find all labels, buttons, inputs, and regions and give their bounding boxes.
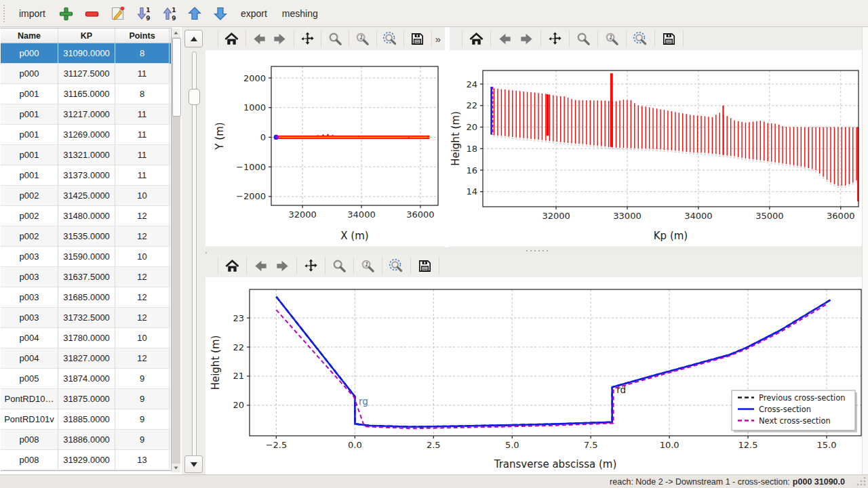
table-cell[interactable]: 31732.5000 (58, 308, 115, 328)
table-row[interactable]: p00131321.000011 (1, 145, 171, 165)
table-cell[interactable]: 31590.0000 (58, 247, 115, 267)
table-cell[interactable]: 12 (115, 308, 170, 328)
section-slider-handle[interactable] (189, 89, 200, 105)
table-row[interactable]: p00131165.00008 (1, 84, 171, 104)
toolbar-overflow-button[interactable]: » (435, 33, 440, 45)
pan-button[interactable] (545, 29, 566, 49)
next-section-button[interactable] (184, 455, 203, 473)
forward-button[interactable] (272, 256, 293, 276)
horizontal-splitter[interactable] (205, 247, 868, 254)
table-cell[interactable]: 12 (115, 287, 170, 308)
table-cell[interactable]: 31875.0000 (58, 389, 115, 409)
table-cell[interactable]: 31127.5000 (58, 64, 115, 84)
save-button[interactable] (414, 256, 435, 276)
table-row[interactable]: p00131217.000011 (1, 104, 171, 125)
zoom-region-button[interactable] (380, 29, 400, 49)
table-cell[interactable]: 31685.0000 (58, 287, 115, 308)
column-header-name[interactable]: Name (1, 28, 58, 43)
table-row[interactable]: p00331590.000010 (1, 247, 171, 267)
table-cell[interactable]: 10 (115, 247, 170, 267)
pan-button[interactable] (298, 29, 318, 49)
table-cell[interactable]: p001 (1, 104, 58, 125)
save-button[interactable] (658, 29, 679, 49)
table-cell[interactable]: 12 (115, 206, 170, 226)
scrollbar-thumb[interactable] (172, 38, 181, 117)
move-down-button[interactable] (209, 3, 232, 24)
table-cell[interactable]: 9 (115, 389, 170, 409)
table-cell[interactable]: p000 (1, 64, 58, 84)
table-row[interactable]: p00231425.000010 (1, 186, 171, 206)
cross-section-plot[interactable]: −2.50.02.55.07.510.012.515.020212223Tran… (205, 277, 868, 474)
table-cell[interactable]: 11 (115, 64, 170, 84)
table-row[interactable]: p00331637.500012 (1, 267, 171, 287)
table-cell[interactable]: p008 (1, 430, 58, 450)
table-cell[interactable]: 12 (115, 226, 170, 247)
column-header-points[interactable]: Points (115, 28, 170, 43)
scroll-down-button[interactable] (172, 464, 180, 472)
home-button[interactable] (466, 29, 487, 49)
zoom-region-button[interactable] (630, 29, 651, 49)
previous-section-button[interactable] (184, 30, 203, 47)
table-cell[interactable]: 31165.0000 (58, 84, 115, 104)
table-row[interactable]: p00831929.000013 (1, 450, 171, 470)
longitudinal-profile-plot[interactable]: 3200033000340003500036000141618202224Kp … (450, 50, 868, 246)
table-cell[interactable]: p004 (1, 328, 58, 348)
table-cell[interactable]: 31827.0000 (58, 348, 115, 369)
section-slider-track[interactable] (192, 52, 197, 473)
sort-descending-button[interactable]: 19 (132, 3, 155, 24)
table-cell[interactable]: PontRD101v (1, 409, 58, 430)
table-cell[interactable]: p002 (1, 186, 58, 206)
table-row[interactable]: p00431780.000010 (1, 328, 171, 348)
back-button[interactable] (250, 29, 270, 49)
table-cell[interactable]: 8 (115, 43, 170, 64)
edit-cross-section-button[interactable] (106, 3, 129, 24)
table-scrollbar[interactable] (172, 28, 180, 472)
home-button[interactable] (222, 29, 242, 49)
table-cell[interactable]: p008 (1, 450, 58, 470)
table-cell[interactable]: 9 (115, 409, 170, 430)
zoom-region-button[interactable] (386, 256, 407, 276)
table-row[interactable]: PontRD101v31885.00009 (1, 409, 171, 430)
table-row[interactable]: p00431827.000012 (1, 348, 171, 369)
table-row[interactable]: p00531874.00009 (1, 369, 171, 389)
import-button[interactable]: import (13, 5, 52, 22)
table-cell[interactable]: 31780.0000 (58, 328, 115, 348)
table-cell[interactable]: 31090.0000 (58, 43, 115, 64)
move-up-button[interactable] (183, 3, 206, 24)
plan-view-plot[interactable]: 320003400036000200010000−1000−2000X (m)Y… (205, 50, 445, 246)
table-row[interactable]: p00231480.000012 (1, 206, 171, 226)
pan-button[interactable] (300, 256, 321, 276)
meshing-button[interactable]: meshing (276, 5, 324, 22)
table-cell[interactable]: 31886.0000 (58, 430, 115, 450)
scroll-up-button[interactable] (172, 28, 180, 37)
table-cell[interactable]: 31217.0000 (58, 104, 115, 125)
table-cell[interactable]: p000 (1, 43, 58, 64)
export-button[interactable]: export (235, 5, 273, 22)
save-button[interactable] (408, 29, 428, 49)
table-row[interactable]: p00131269.000011 (1, 125, 171, 145)
table-cell[interactable]: 31535.0000 (58, 226, 115, 247)
right-scrollbar-groove[interactable] (862, 27, 868, 474)
table-cell[interactable]: p004 (1, 348, 58, 369)
table-cell[interactable]: 11 (115, 125, 170, 145)
table-cell[interactable]: p001 (1, 84, 58, 104)
zoom-one-button[interactable]: 1 (353, 29, 373, 49)
table-cell[interactable]: 31425.0000 (58, 186, 115, 206)
remove-cross-section-button[interactable] (80, 3, 103, 24)
forward-button[interactable] (270, 29, 290, 49)
table-cell[interactable]: p003 (1, 308, 58, 328)
table-cell[interactable]: p001 (1, 165, 58, 186)
table-row[interactable]: PontRD10…31875.00009 (1, 389, 171, 409)
table-cell[interactable]: 13 (115, 450, 170, 470)
zoom-button[interactable] (325, 29, 345, 49)
zoom-button[interactable] (329, 256, 350, 276)
table-cell[interactable]: 8 (115, 84, 170, 104)
table-cell[interactable]: 31929.0000 (58, 450, 115, 470)
table-cell[interactable]: 11 (115, 145, 170, 165)
forward-button[interactable] (516, 29, 537, 49)
table-cell[interactable]: 11 (115, 104, 170, 125)
table-cell[interactable]: PontRD10… (1, 389, 58, 409)
back-button[interactable] (494, 29, 515, 49)
table-cell[interactable]: p001 (1, 145, 58, 165)
zoom-one-button[interactable]: 1 (601, 29, 623, 49)
